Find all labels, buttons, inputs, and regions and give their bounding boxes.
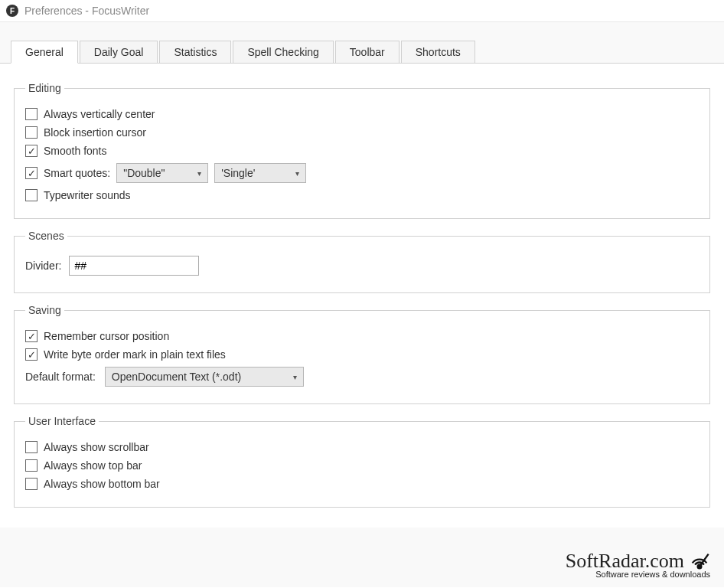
row-remember-cursor: Remember cursor position xyxy=(25,330,699,342)
titlebar: F Preferences - FocusWriter xyxy=(0,0,724,22)
group-editing: Editing Always vertically center Block i… xyxy=(14,82,710,219)
row-show-bottom: Always show bottom bar xyxy=(25,478,699,490)
row-smooth-fonts: Smooth fonts xyxy=(25,145,699,157)
select-single-quotes[interactable]: 'Single' ▾ xyxy=(214,163,306,183)
tab-statistics[interactable]: Statistics xyxy=(159,41,231,63)
tab-spell-checking[interactable]: Spell Checking xyxy=(233,41,333,63)
group-saving: Saving Remember cursor position Write by… xyxy=(14,304,710,404)
select-double-quotes[interactable]: "Double" ▾ xyxy=(116,163,208,183)
label-show-bottom[interactable]: Always show bottom bar xyxy=(44,478,160,490)
group-editing-legend: Editing xyxy=(25,82,64,94)
group-ui-legend: User Interface xyxy=(25,415,99,427)
content-area: General Daily Goal Statistics Spell Chec… xyxy=(0,22,724,587)
checkbox-smart-quotes[interactable] xyxy=(25,167,38,179)
tab-daily-goal[interactable]: Daily Goal xyxy=(80,41,158,63)
checkbox-smooth-fonts[interactable] xyxy=(25,145,38,157)
checkbox-always-center[interactable] xyxy=(25,108,38,120)
select-double-quotes-value: "Double" xyxy=(123,167,165,179)
label-default-format: Default format: xyxy=(25,371,96,383)
group-scenes-legend: Scenes xyxy=(25,230,67,242)
row-typewriter: Typewriter sounds xyxy=(25,189,699,201)
row-divider: Divider: xyxy=(25,256,699,276)
row-block-cursor: Block insertion cursor xyxy=(25,126,699,139)
label-typewriter[interactable]: Typewriter sounds xyxy=(44,189,131,201)
tabs-row: General Daily Goal Statistics Spell Chec… xyxy=(0,41,724,64)
checkbox-remember-cursor[interactable] xyxy=(25,330,38,342)
row-write-bom: Write byte order mark in plain text file… xyxy=(25,348,699,361)
app-icon: F xyxy=(6,5,18,17)
chevron-down-icon: ▾ xyxy=(197,169,201,178)
row-always-center: Always vertically center xyxy=(25,108,699,120)
label-write-bom[interactable]: Write byte order mark in plain text file… xyxy=(44,348,226,361)
checkbox-typewriter[interactable] xyxy=(25,189,38,201)
tab-shortcuts[interactable]: Shortcuts xyxy=(401,41,475,63)
label-smart-quotes[interactable]: Smart quotes: xyxy=(44,167,110,179)
label-remember-cursor[interactable]: Remember cursor position xyxy=(44,330,169,342)
row-show-top: Always show top bar xyxy=(25,459,699,472)
label-divider: Divider: xyxy=(25,260,61,272)
panel-general: Editing Always vertically center Block i… xyxy=(0,64,724,528)
row-smart-quotes: Smart quotes: "Double" ▾ 'Single' ▾ xyxy=(25,163,699,183)
tab-general[interactable]: General xyxy=(11,41,78,64)
checkbox-show-top[interactable] xyxy=(25,459,38,472)
label-show-scrollbar[interactable]: Always show scrollbar xyxy=(44,441,149,453)
group-ui: User Interface Always show scrollbar Alw… xyxy=(14,415,710,508)
checkbox-write-bom[interactable] xyxy=(25,348,38,361)
label-block-cursor[interactable]: Block insertion cursor xyxy=(44,126,146,139)
chevron-down-icon: ▾ xyxy=(295,169,299,178)
select-single-quotes-value: 'Single' xyxy=(221,167,255,179)
group-scenes: Scenes Divider: xyxy=(14,230,710,293)
label-always-center[interactable]: Always vertically center xyxy=(44,108,155,120)
chevron-down-icon: ▾ xyxy=(293,373,297,381)
label-smooth-fonts[interactable]: Smooth fonts xyxy=(44,145,107,157)
input-divider[interactable] xyxy=(69,256,199,276)
row-show-scrollbar: Always show scrollbar xyxy=(25,441,699,453)
window-title: Preferences - FocusWriter xyxy=(24,5,149,17)
label-show-top[interactable]: Always show top bar xyxy=(44,459,142,472)
checkbox-show-scrollbar[interactable] xyxy=(25,441,38,453)
group-saving-legend: Saving xyxy=(25,304,64,316)
select-default-format[interactable]: OpenDocument Text (*.odt) ▾ xyxy=(105,367,304,387)
checkbox-show-bottom[interactable] xyxy=(25,478,38,490)
row-default-format: Default format: OpenDocument Text (*.odt… xyxy=(25,367,699,387)
tab-toolbar[interactable]: Toolbar xyxy=(335,41,400,63)
checkbox-block-cursor[interactable] xyxy=(25,126,38,139)
select-default-format-value: OpenDocument Text (*.odt) xyxy=(112,371,241,383)
